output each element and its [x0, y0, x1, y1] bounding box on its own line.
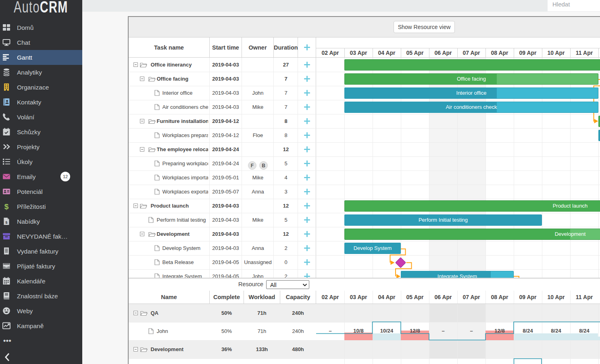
svg-text:$: $ [5, 220, 8, 225]
svg-text:$: $ [4, 202, 9, 210]
